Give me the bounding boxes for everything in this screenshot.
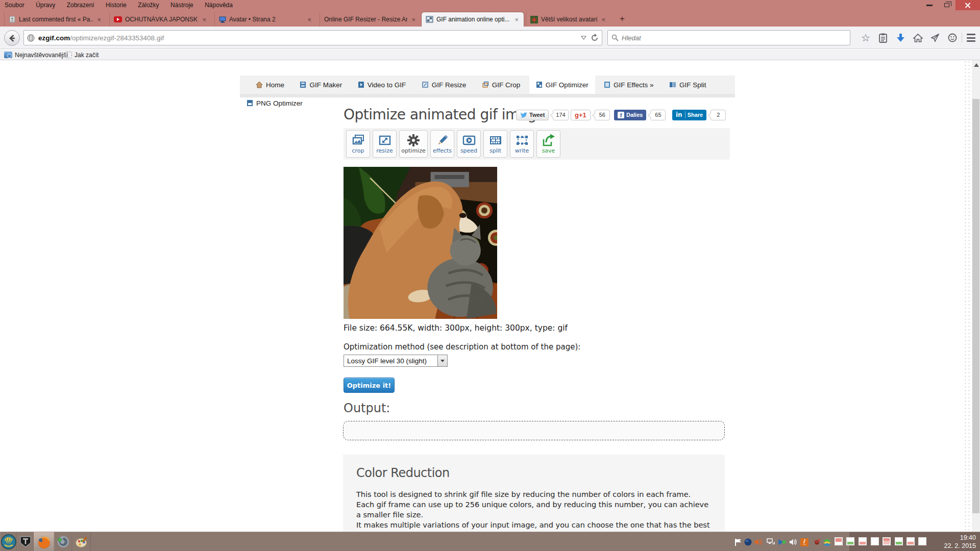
tray-arrow-app-icon[interactable] (777, 538, 786, 546)
tab-gif-optimizer-active[interactable]: GIF animation online opti... × (422, 12, 524, 27)
clipboard-icon (879, 33, 887, 43)
tray-layers-icon[interactable] (823, 538, 831, 546)
menu-button[interactable] (964, 31, 978, 44)
linkedin-share-button[interactable]: in Share (672, 110, 706, 120)
page-scrollbar[interactable] (972, 60, 980, 532)
new-tab-button[interactable]: + (616, 13, 629, 24)
select-arrow-button[interactable] (437, 355, 447, 366)
share-button[interactable] (928, 31, 942, 44)
tray-network-icon[interactable] (766, 538, 775, 546)
speed-icon (462, 134, 476, 147)
sitenav-gif-maker[interactable]: GIF Maker (293, 76, 349, 94)
tool-label: effects (433, 147, 452, 154)
close-button[interactable] (955, 0, 980, 10)
tray-thumbnail-5[interactable] (883, 537, 891, 545)
taskbar-wot-button[interactable] (17, 532, 34, 551)
facebook-widget: f Dalies 65 (614, 109, 666, 120)
tweet-button[interactable]: Tweet (516, 110, 549, 120)
menu-nastroje[interactable]: Nástroje (166, 0, 198, 10)
tool-save-button[interactable]: save (536, 130, 560, 158)
tab-avatar-forum[interactable]: Avatar • Strana 2 × (214, 12, 316, 27)
tray-thumbnail-4[interactable] (871, 537, 879, 545)
reload-icon[interactable] (591, 34, 599, 42)
tool-effects-button[interactable]: effects (430, 130, 454, 158)
menu-zobrazeni[interactable]: Zobrazení (62, 0, 99, 10)
tray-thumbnail-1[interactable] (835, 537, 843, 545)
tray-volume-icon[interactable] (789, 538, 798, 546)
menu-historie[interactable]: Historie (101, 0, 131, 10)
home-button[interactable] (911, 31, 925, 44)
gplus-button[interactable]: g+1 (571, 110, 591, 120)
tray-sphere-icon[interactable] (744, 538, 752, 546)
start-button[interactable] (0, 532, 17, 551)
tab-close-icon[interactable]: × (201, 16, 207, 23)
menu-zalozky[interactable]: Záložky (133, 0, 163, 10)
back-button[interactable] (4, 30, 20, 46)
gif-favicon (426, 16, 433, 23)
tray-thumbnail-6[interactable] (895, 537, 903, 545)
bookmark-star-button[interactable]: ☆ (859, 31, 873, 44)
tray-thumbnail-3[interactable] (859, 537, 867, 545)
tab-close-icon[interactable]: × (513, 16, 520, 23)
tool-optimize-button[interactable]: optimize (399, 130, 428, 158)
tool-crop-button[interactable]: crop (346, 130, 370, 158)
selected-method: Lossy GIF level 30 (slight) (344, 357, 437, 365)
optimize-it-button[interactable]: Optimize it! (344, 378, 395, 393)
tray-java-icon[interactable] (800, 538, 808, 546)
menu-soubor[interactable]: Soubor (0, 0, 29, 10)
tool-split-button[interactable]: split (483, 130, 507, 158)
scroll-up-arrow[interactable] (974, 63, 979, 67)
tray-thumbnail-7[interactable] (906, 537, 915, 545)
tray-thumbnail-8[interactable] (918, 537, 926, 545)
optimization-method-select[interactable]: Lossy GIF level 30 (slight) (344, 355, 448, 367)
bookmark-label: Nejnavštěvovanější (15, 52, 68, 59)
tray-thumbnail-2[interactable] (846, 537, 854, 545)
bookmark-most-visited[interactable]: Nejnavštěvovanější (4, 51, 68, 59)
tab-close-icon[interactable]: × (600, 16, 606, 23)
sitenav-gif-split[interactable]: GIF Split (663, 76, 713, 94)
taskbar-firefox-button[interactable] (34, 532, 54, 551)
search-bar[interactable] (607, 30, 850, 45)
url-dropdown-icon[interactable] (581, 36, 586, 40)
taskbar-clock[interactable]: 19:40 22. 2. 2015 (944, 534, 976, 550)
tray-volume-orange-icon[interactable] (754, 538, 763, 546)
tray-flag-icon[interactable] (733, 538, 742, 546)
downloads-button[interactable] (893, 31, 908, 44)
tab-gif-resizer[interactable]: Online GIF Resizer - Resize Ani... × (320, 12, 421, 27)
tab-close-icon[interactable]: × (96, 16, 102, 23)
sitenav-gif-effects[interactable]: GIF Effects » (597, 76, 660, 94)
selection-icon (516, 134, 529, 147)
linkedin-icon: in (676, 111, 685, 118)
sitenav-video-to-gif[interactable]: Video to GIF (351, 76, 413, 94)
color-reduction-section: Color Reduction This tool is designed to… (343, 455, 725, 532)
bookmarks-list-button[interactable] (876, 31, 890, 44)
tool-resize-button[interactable]: resize (373, 130, 397, 158)
bookmark-getting-started[interactable]: Jak začít (65, 51, 99, 59)
gplus-label: g+1 (575, 111, 586, 119)
tab-last-commented[interactable]: Last commented first « Pa... × (4, 12, 106, 27)
scrollbar-thumb[interactable] (972, 99, 979, 513)
chat-addon-button[interactable] (945, 31, 960, 44)
facebook-share-button[interactable]: f Dalies (614, 110, 646, 120)
menu-upravy[interactable]: Úpravy (31, 0, 60, 10)
sitenav-gif-resize[interactable]: GIF Resize (415, 76, 473, 94)
tool-speed-button[interactable]: speed (457, 130, 481, 158)
menu-napoveda[interactable]: Nápověda (200, 0, 237, 10)
restore-button[interactable] (938, 0, 955, 10)
minimize-button[interactable] (921, 0, 938, 10)
linkedin-widget: in Share 2 (672, 109, 726, 120)
tool-write-button[interactable]: write (510, 130, 534, 158)
tray-red-app-icon[interactable] (813, 538, 821, 546)
tab-youtube[interactable]: OCHUTNÁVKA JAPONSKÝ... × (109, 12, 211, 27)
taskbar-paint-app-button[interactable] (72, 532, 91, 551)
tab-close-icon[interactable]: × (410, 16, 416, 23)
tab-close-icon[interactable]: × (306, 16, 312, 23)
tab-growshop[interactable]: Větší velikost avatarů @Gro... × (526, 12, 610, 27)
taskbar-spiral-app-button[interactable] (54, 532, 72, 551)
sitenav-gif-crop[interactable]: GIF Crop (475, 76, 527, 94)
sitenav-home[interactable]: Home (249, 76, 291, 94)
search-input[interactable] (622, 34, 846, 42)
url-bar[interactable]: ezgif.com/optimize/ezgif-2843353408.gif (23, 30, 602, 45)
film-icon (300, 81, 306, 88)
sitenav-gif-optimizer[interactable]: GIF Optimizer (529, 76, 595, 94)
